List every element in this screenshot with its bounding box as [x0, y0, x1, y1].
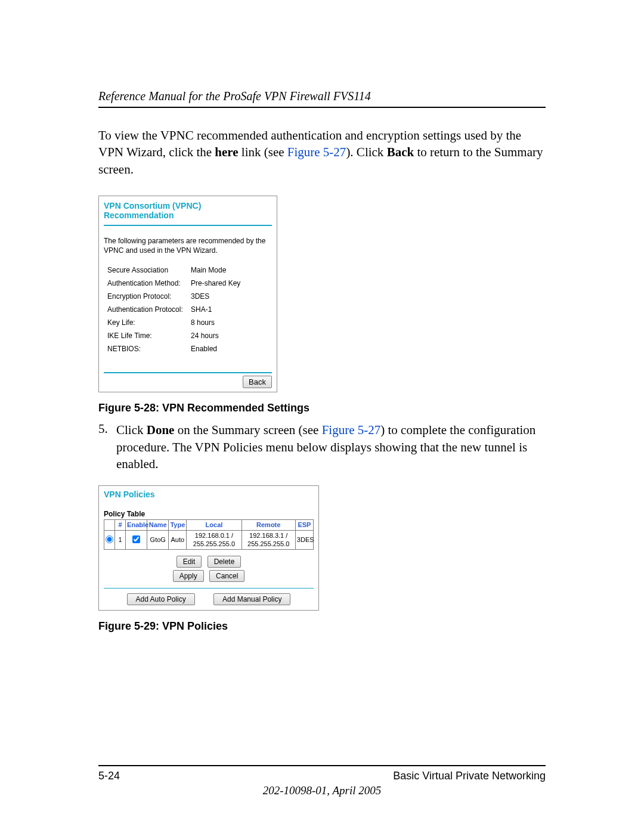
- row-enable-checkbox[interactable]: [132, 535, 140, 543]
- vpnc-recommendation-panel: VPN Consortium (VPNC) Recommendation The…: [98, 196, 277, 392]
- figure-5-27-ref-1[interactable]: Figure 5-27: [287, 145, 346, 159]
- param-value: 8 hours: [191, 318, 215, 327]
- step5-text-1: Click: [116, 423, 147, 437]
- done-word: Done: [147, 423, 175, 437]
- table-header-row: # Enable Name Type Local Remote ESP: [104, 520, 314, 531]
- step-5: 5. Click Done on the Summary screen (see…: [98, 422, 546, 472]
- col-num: #: [115, 520, 126, 531]
- param-value: Enabled: [191, 345, 217, 353]
- edit-button[interactable]: Edit: [177, 556, 202, 568]
- here-word: here: [215, 145, 238, 159]
- figure-5-29-caption: Figure 5-29: VPN Policies: [98, 620, 546, 633]
- page-footer: 5-24 Basic Virtual Private Networking: [98, 760, 546, 782]
- vpnc-panel-intro: The following parameters are recommended…: [104, 237, 272, 255]
- param-value: SHA-1: [191, 305, 212, 314]
- step5-text-2: on the Summary screen (see: [174, 423, 321, 437]
- vpnc-parameter-list: Secure AssociationMain Mode Authenticati…: [104, 264, 272, 355]
- col-remote: Remote: [242, 520, 295, 531]
- param-value: 3DES: [191, 292, 209, 301]
- vpnc-divider: [104, 372, 272, 373]
- row-select-radio[interactable]: [106, 535, 113, 543]
- page-number: 5-24: [98, 770, 120, 782]
- intro-paragraph: To view the VPNC recommended authenticat…: [98, 127, 546, 178]
- apply-button[interactable]: Apply: [173, 570, 204, 582]
- figure-5-28-caption: Figure 5-28: VPN Recommended Settings: [98, 402, 546, 414]
- policy-table: # Enable Name Type Local Remote ESP 1 Gt…: [104, 519, 314, 550]
- section-title: Basic Virtual Private Networking: [393, 770, 546, 782]
- param-row-ike-life: IKE Life Time:24 hours: [107, 329, 272, 342]
- cell-local: 192.168.0.1 / 255.255.255.0: [187, 531, 242, 549]
- back-button[interactable]: Back: [243, 376, 272, 388]
- col-local: Local: [187, 520, 242, 531]
- param-row-auth-method: Authentication Method:Pre-shared Key: [107, 277, 272, 290]
- cell-type: Auto: [169, 531, 187, 549]
- cancel-button[interactable]: Cancel: [209, 570, 244, 582]
- vpn-policies-panel: VPN Policies Policy Table # Enable Name …: [98, 485, 319, 611]
- figure-5-27-ref-2[interactable]: Figure 5-27: [322, 423, 381, 437]
- cell-esp: 3DES: [295, 531, 313, 549]
- doc-id-footer: 202-10098-01, April 2005: [0, 784, 644, 797]
- param-value: 24 hours: [191, 332, 219, 340]
- cell-enable[interactable]: [126, 531, 147, 549]
- param-label: Secure Association: [107, 266, 191, 274]
- param-row-encryption: Encryption Protocol:3DES: [107, 290, 272, 303]
- param-row-key-life: Key Life:8 hours: [107, 316, 272, 329]
- intro-text-2: link (see: [239, 145, 287, 159]
- col-name: Name: [147, 520, 169, 531]
- param-label: IKE Life Time:: [107, 332, 191, 340]
- param-label: Key Life:: [107, 318, 191, 327]
- back-word: Back: [387, 145, 414, 159]
- param-label: Authentication Method:: [107, 279, 191, 287]
- footer-rule: [98, 765, 546, 766]
- col-select: [104, 520, 115, 531]
- param-row-netbios: NETBIOS:Enabled: [107, 342, 272, 355]
- delete-button[interactable]: Delete: [208, 556, 242, 568]
- vpn-policies-title: VPN Policies: [104, 490, 314, 499]
- param-label: Encryption Protocol:: [107, 292, 191, 301]
- param-row-secure-association: Secure AssociationMain Mode: [107, 264, 272, 277]
- col-esp: ESP: [295, 520, 313, 531]
- param-value: Main Mode: [191, 266, 226, 274]
- param-label: Authentication Protocol:: [107, 305, 191, 314]
- add-auto-policy-button[interactable]: Add Auto Policy: [127, 593, 195, 605]
- step-number: 5.: [98, 422, 116, 472]
- vpnc-panel-title: VPN Consortium (VPNC) Recommendation: [104, 201, 272, 226]
- add-manual-policy-button[interactable]: Add Manual Policy: [213, 593, 290, 605]
- running-header: Reference Manual for the ProSafe VPN Fir…: [98, 89, 546, 108]
- policy-table-label: Policy Table: [104, 510, 314, 518]
- col-type: Type: [169, 520, 187, 531]
- cell-remote: 192.168.3.1 / 255.255.255.0: [242, 531, 295, 549]
- vpn-policies-divider: [104, 588, 314, 589]
- cell-select[interactable]: [104, 531, 115, 549]
- intro-text-3: ). Click: [346, 145, 386, 159]
- table-row: 1 GtoG Auto 192.168.0.1 / 255.255.255.0 …: [104, 531, 314, 549]
- cell-num: 1: [115, 531, 126, 549]
- col-enable: Enable: [126, 520, 147, 531]
- param-value: Pre-shared Key: [191, 279, 240, 287]
- param-row-auth-protocol: Authentication Protocol:SHA-1: [107, 303, 272, 316]
- cell-name: GtoG: [147, 531, 169, 549]
- param-label: NETBIOS:: [107, 345, 191, 353]
